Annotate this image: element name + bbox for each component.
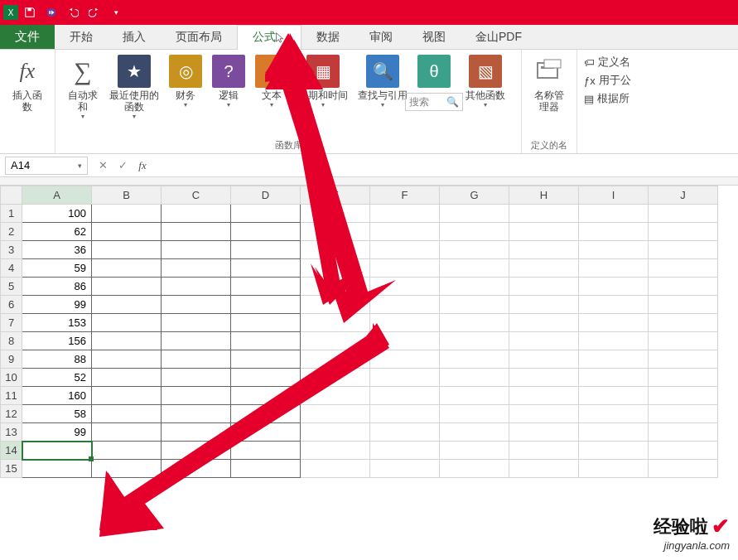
cell-H12[interactable]	[509, 405, 579, 423]
cell-J5[interactable]	[649, 278, 718, 296]
cell-H15[interactable]	[509, 460, 579, 478]
cell-D14[interactable]	[231, 442, 301, 460]
tab-home[interactable]: 开始	[55, 25, 108, 49]
cell-F5[interactable]	[370, 278, 440, 296]
cell-A8[interactable]: 156	[22, 332, 92, 350]
cell-J11[interactable]	[649, 387, 718, 405]
spreadsheet-grid[interactable]: ABCDEFGHIJ110026233645958669971538156988…	[0, 186, 738, 560]
cell-D12[interactable]	[231, 405, 301, 423]
cell-H7[interactable]	[509, 314, 579, 332]
cell-B14[interactable]	[92, 442, 162, 460]
cell-D11[interactable]	[231, 387, 301, 405]
undo-icon[interactable]	[63, 2, 83, 22]
cell-B5[interactable]	[92, 278, 162, 296]
cell-D15[interactable]	[231, 460, 301, 478]
lookup-button[interactable]: 🔍 查找与引用 ▾	[354, 53, 412, 110]
cell-F8[interactable]	[370, 332, 440, 350]
cell-A13[interactable]: 99	[22, 423, 92, 442]
cell-B2[interactable]	[92, 223, 162, 241]
cell-J4[interactable]	[649, 259, 718, 278]
datetime-button[interactable]: ▦ 日期和时间 ▾	[294, 53, 352, 110]
autosum-button[interactable]: ∑ 自动求和 ▾	[62, 53, 104, 122]
row-header[interactable]: 12	[1, 405, 22, 423]
search-input[interactable]: 搜索 🔍	[405, 93, 463, 111]
row-header[interactable]: 2	[1, 223, 22, 241]
cell-C8[interactable]	[162, 332, 231, 350]
cell-B12[interactable]	[92, 405, 162, 423]
cell-C4[interactable]	[162, 259, 231, 278]
cell-B1[interactable]	[92, 205, 162, 223]
cell-D6[interactable]	[231, 296, 301, 314]
cell-J13[interactable]	[649, 423, 718, 442]
cell-F14[interactable]	[370, 442, 440, 460]
cell-F1[interactable]	[370, 205, 440, 223]
cell-D13[interactable]	[231, 423, 301, 442]
cell-H8[interactable]	[509, 332, 579, 350]
cell-E13[interactable]	[301, 423, 370, 442]
cell-H11[interactable]	[509, 387, 579, 405]
column-header-H[interactable]: H	[509, 186, 579, 205]
name-manager-button[interactable]: 名称管理器	[528, 53, 570, 114]
cell-F9[interactable]	[370, 350, 440, 369]
cell-A6[interactable]: 99	[22, 296, 92, 314]
cell-J10[interactable]	[649, 369, 718, 387]
save-icon[interactable]	[20, 2, 40, 22]
cell-J12[interactable]	[649, 405, 718, 423]
cell-B11[interactable]	[92, 387, 162, 405]
cell-C12[interactable]	[162, 405, 231, 423]
name-box[interactable]: A14 ▾	[5, 157, 88, 175]
row-header[interactable]: 14	[1, 442, 22, 460]
cell-D9[interactable]	[231, 350, 301, 369]
cell-D7[interactable]	[231, 314, 301, 332]
recent-functions-button[interactable]: ★ 最近使用的函数 ▾	[105, 53, 163, 122]
cell-G5[interactable]	[440, 278, 509, 296]
cell-E12[interactable]	[301, 405, 370, 423]
cell-J9[interactable]	[649, 350, 718, 369]
column-header-D[interactable]: D	[231, 186, 301, 205]
select-all-corner[interactable]	[1, 186, 22, 205]
cell-B10[interactable]	[92, 369, 162, 387]
cell-D2[interactable]	[231, 223, 301, 241]
cell-F2[interactable]	[370, 223, 440, 241]
text-button[interactable]: A 文本 ▾	[251, 53, 292, 110]
cell-B6[interactable]	[92, 296, 162, 314]
cell-I11[interactable]	[579, 387, 649, 405]
cell-C6[interactable]	[162, 296, 231, 314]
cell-B4[interactable]	[92, 259, 162, 278]
cell-G1[interactable]	[440, 205, 509, 223]
column-header-A[interactable]: A	[22, 186, 92, 205]
redo-icon[interactable]	[84, 2, 104, 22]
cell-J15[interactable]	[649, 460, 718, 478]
cell-H6[interactable]	[509, 296, 579, 314]
cell-I7[interactable]	[579, 314, 649, 332]
cell-F7[interactable]	[370, 314, 440, 332]
cell-H5[interactable]	[509, 278, 579, 296]
cancel-icon[interactable]: ✕	[94, 157, 111, 174]
cell-I10[interactable]	[579, 369, 649, 387]
cell-I4[interactable]	[579, 259, 649, 278]
cell-I8[interactable]	[579, 332, 649, 350]
cell-E8[interactable]	[301, 332, 370, 350]
cell-C14[interactable]	[162, 442, 231, 460]
tab-formulas[interactable]: 公式	[237, 25, 301, 49]
tab-review[interactable]: 审阅	[355, 25, 408, 49]
cell-D8[interactable]	[231, 332, 301, 350]
cell-E4[interactable]	[301, 259, 370, 278]
cell-G13[interactable]	[440, 423, 509, 442]
cell-G6[interactable]	[440, 296, 509, 314]
cell-I9[interactable]	[579, 350, 649, 369]
row-header[interactable]: 11	[1, 387, 22, 405]
logic-button[interactable]: ? 逻辑 ▾	[208, 53, 249, 110]
cell-H14[interactable]	[509, 442, 579, 460]
cell-C15[interactable]	[162, 460, 231, 478]
cell-G2[interactable]	[440, 223, 509, 241]
column-header-F[interactable]: F	[370, 186, 440, 205]
row-header[interactable]: 1	[1, 205, 22, 223]
tab-view[interactable]: 视图	[408, 25, 461, 49]
cell-A2[interactable]: 62	[22, 223, 92, 241]
row-header[interactable]: 5	[1, 278, 22, 296]
row-header[interactable]: 3	[1, 241, 22, 259]
cell-A7[interactable]: 153	[22, 314, 92, 332]
tab-file[interactable]: 文件	[0, 25, 55, 49]
cell-C7[interactable]	[162, 314, 231, 332]
